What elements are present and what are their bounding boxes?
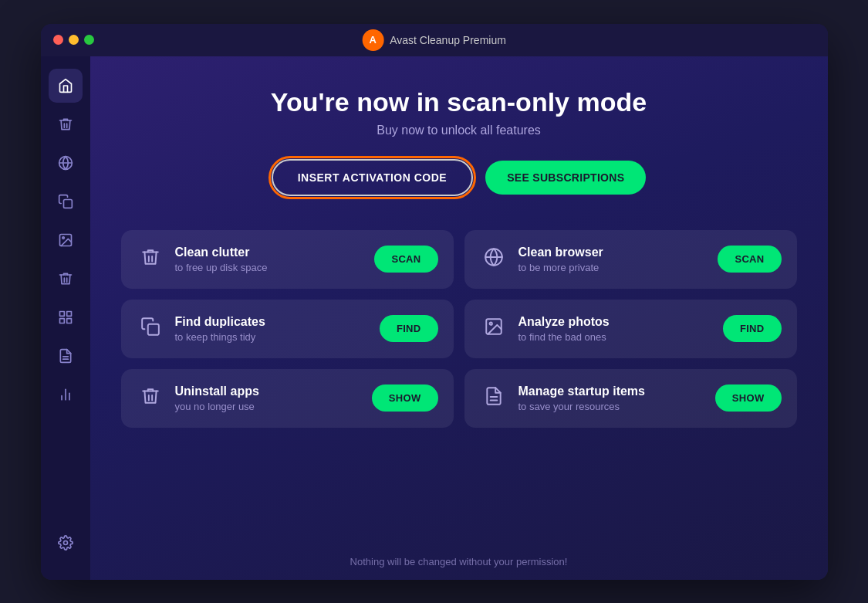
app-logo: A <box>362 29 383 51</box>
card-find-duplicates: Find duplicates to keep things tidy FIND <box>121 300 454 358</box>
clean-browser-button[interactable]: SCAN <box>718 246 781 273</box>
hero-section: You're now in scan-only mode Buy now to … <box>90 56 828 212</box>
footer-text: Nothing will be changed without your per… <box>350 556 568 567</box>
clean-browser-icon <box>480 247 508 272</box>
sidebar-item-startup[interactable] <box>49 339 83 373</box>
clean-clutter-text: Clean clutter to free up disk space <box>175 246 364 273</box>
stats-icon <box>58 387 73 402</box>
sidebar-item-duplicates[interactable] <box>49 185 83 219</box>
startup-icon <box>58 348 73 364</box>
traffic-lights <box>53 35 94 45</box>
find-duplicates-text: Find duplicates to keep things tidy <box>175 315 369 343</box>
see-subscriptions-button[interactable]: SEE SUBSCRIPTIONS <box>485 161 646 195</box>
hero-title: You're now in scan-only mode <box>106 87 812 117</box>
svg-rect-17 <box>147 324 158 334</box>
manage-startup-title: Manage startup items <box>518 384 704 398</box>
analyze-photos-subtitle: to find the bad ones <box>518 331 712 343</box>
sidebar-item-browser[interactable] <box>49 146 83 180</box>
app-body: You're now in scan-only mode Buy now to … <box>41 56 828 580</box>
maximize-button[interactable] <box>84 35 94 45</box>
trash-icon <box>58 271 73 286</box>
sidebar <box>41 56 90 580</box>
analyze-photos-title: Analyze photos <box>518 315 712 329</box>
settings-button[interactable] <box>49 526 83 560</box>
photo-icon <box>58 232 73 248</box>
clean-browser-title: Clean browser <box>518 246 708 259</box>
card-analyze-photos: Analyze photos to find the bad ones FIND <box>464 300 797 358</box>
svg-rect-6 <box>66 311 71 316</box>
clean-clutter-button[interactable]: SCAN <box>374 246 437 273</box>
cards-grid: Clean clutter to free up disk space SCAN… <box>90 212 828 446</box>
close-button[interactable] <box>53 35 63 45</box>
home-icon <box>58 78 73 93</box>
clean-clutter-title: Clean clutter <box>175 246 364 259</box>
find-duplicates-icon <box>137 317 164 341</box>
uninstall-apps-button[interactable]: SHOW <box>372 384 438 412</box>
app-title: Avast Cleanup Premium <box>390 34 506 46</box>
svg-rect-7 <box>59 318 64 323</box>
svg-rect-2 <box>63 199 72 208</box>
sidebar-item-stats[interactable] <box>49 378 83 412</box>
find-duplicates-subtitle: to keep things tidy <box>175 331 369 343</box>
clean-browser-text: Clean browser to be more private <box>518 246 708 273</box>
globe-icon <box>58 155 73 171</box>
uninstall-apps-icon <box>137 386 164 411</box>
manage-startup-button[interactable]: SHOW <box>715 384 782 412</box>
uninstall-apps-text: Uninstall apps you no longer use <box>175 384 361 412</box>
manage-startup-text: Manage startup items to save your resour… <box>518 384 704 412</box>
gear-icon <box>58 535 73 550</box>
analyze-photos-button[interactable]: FIND <box>723 315 782 342</box>
sidebar-item-clean[interactable] <box>49 107 83 141</box>
card-clean-clutter: Clean clutter to free up disk space SCAN <box>121 230 454 289</box>
sidebar-item-apps[interactable] <box>49 300 83 334</box>
analyze-photos-text: Analyze photos to find the bad ones <box>518 315 712 343</box>
manage-startup-subtitle: to save your resources <box>518 401 704 412</box>
main-content: You're now in scan-only mode Buy now to … <box>90 56 828 580</box>
activation-code-button[interactable]: INSERT ACTIVATION CODE <box>272 159 474 196</box>
hero-subtitle: Buy now to unlock all features <box>106 124 812 137</box>
apps-icon <box>58 310 73 325</box>
card-uninstall-apps: Uninstall apps you no longer use SHOW <box>121 369 454 428</box>
svg-rect-8 <box>66 318 71 323</box>
sidebar-item-trash[interactable] <box>49 262 83 296</box>
analyze-photos-icon <box>480 317 508 341</box>
clean-clutter-icon <box>137 247 164 272</box>
card-manage-startup: Manage startup items to save your resour… <box>464 369 797 428</box>
card-clean-browser: Clean browser to be more private SCAN <box>464 230 797 289</box>
uninstall-apps-title: Uninstall apps <box>175 384 361 398</box>
titlebar-center: A Avast Cleanup Premium <box>362 29 506 51</box>
duplicates-icon <box>58 194 73 209</box>
find-duplicates-title: Find duplicates <box>175 315 369 329</box>
find-duplicates-button[interactable]: FIND <box>380 315 438 342</box>
clean-clutter-subtitle: to free up disk space <box>175 262 364 273</box>
svg-rect-5 <box>59 311 64 316</box>
footer: Nothing will be changed without your per… <box>90 544 828 580</box>
svg-point-19 <box>489 322 491 324</box>
sidebar-item-home[interactable] <box>49 69 83 103</box>
titlebar: A Avast Cleanup Premium <box>41 24 828 56</box>
svg-point-14 <box>63 540 67 544</box>
clean-icon <box>58 117 73 132</box>
minimize-button[interactable] <box>69 35 79 45</box>
manage-startup-icon <box>480 386 508 411</box>
svg-point-4 <box>62 236 64 239</box>
uninstall-apps-subtitle: you no longer use <box>175 401 361 412</box>
clean-browser-subtitle: to be more private <box>518 262 708 273</box>
hero-buttons: INSERT ACTIVATION CODE SEE SUBSCRIPTIONS <box>106 159 812 196</box>
sidebar-item-photos[interactable] <box>49 223 83 257</box>
app-window: A Avast Cleanup Premium <box>41 24 828 580</box>
